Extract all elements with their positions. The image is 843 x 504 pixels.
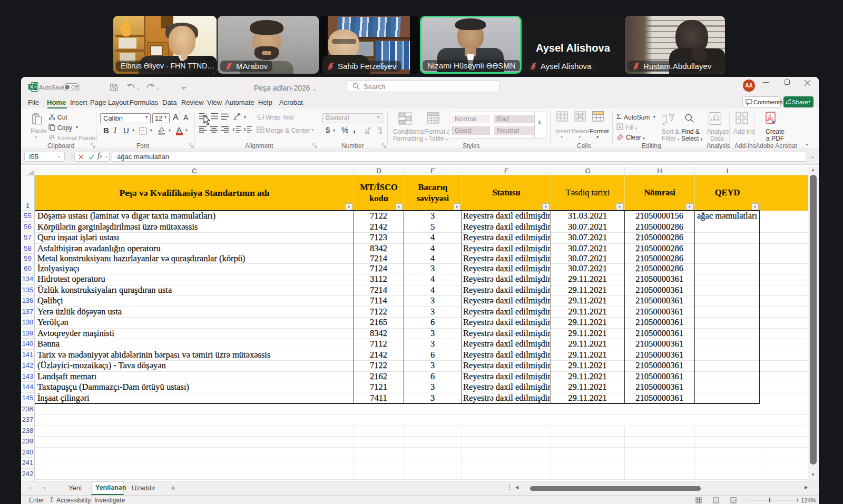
svg-text:A: A [662, 113, 665, 118]
svg-text:.00: .00 [377, 127, 381, 131]
svg-text:.00: .00 [365, 131, 369, 134]
svg-text:→0: →0 [376, 131, 382, 134]
svg-text:Z: Z [662, 121, 665, 126]
